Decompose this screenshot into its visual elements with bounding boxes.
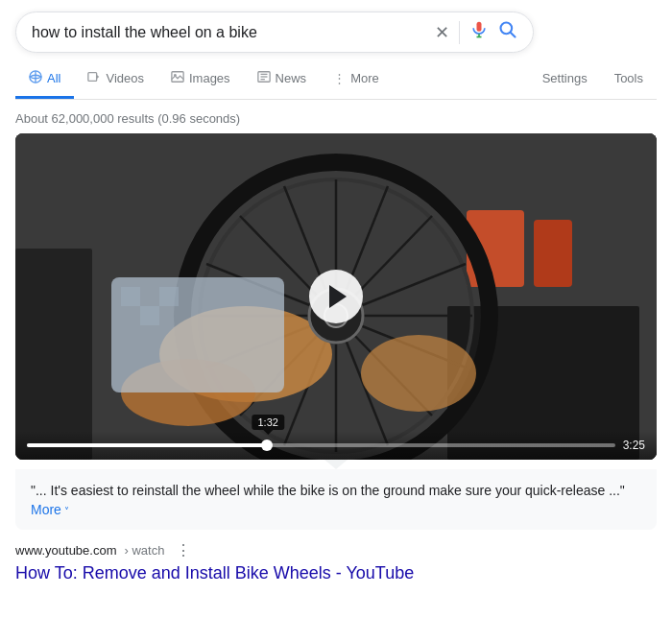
results-count: About 62,000,000 results (0.96 seconds) — [15, 111, 240, 126]
time-tooltip: 1:32 — [252, 415, 283, 430]
snippet-more-label: More — [31, 502, 61, 517]
progress-thumb — [261, 440, 273, 451]
search-bar-icons: ✕ — [435, 20, 517, 44]
current-time: 1:32 — [257, 416, 277, 428]
svg-point-42 — [361, 335, 476, 412]
progress-bar-fill — [27, 443, 268, 447]
microphone-icon[interactable] — [469, 20, 489, 44]
tab-news-label: News — [276, 71, 307, 85]
nav-tabs: All Videos Images — [15, 60, 657, 100]
progress-bar-row: 1:32 3:25 — [27, 439, 645, 452]
svg-line-4 — [511, 33, 516, 37]
result-options-button[interactable]: ⋮ — [172, 541, 195, 559]
progress-bar-track[interactable]: 1:32 — [27, 443, 615, 447]
svg-rect-0 — [477, 22, 482, 32]
svg-rect-46 — [159, 287, 179, 306]
play-button[interactable] — [309, 270, 363, 323]
tab-images-label: Images — [189, 71, 230, 85]
svg-rect-18 — [534, 220, 572, 287]
tab-all[interactable]: All — [15, 60, 74, 99]
play-icon — [329, 285, 347, 308]
nav-right: Settings Tools — [529, 61, 657, 98]
svg-rect-20 — [15, 249, 92, 460]
tab-settings-label: Settings — [542, 71, 588, 85]
tab-more[interactable]: ⋮ More — [320, 61, 393, 98]
search-bar: ✕ — [15, 12, 534, 53]
tab-more-label: More — [350, 71, 379, 85]
video-player[interactable]: 1:32 3:25 — [15, 133, 657, 460]
search-divider — [459, 21, 460, 44]
svg-marker-8 — [97, 75, 100, 79]
video-expand-arrow — [15, 460, 657, 469]
header: ✕ — [0, 0, 672, 100]
images-icon — [171, 70, 184, 86]
svg-rect-7 — [88, 73, 97, 82]
tab-news[interactable]: News — [244, 60, 321, 99]
tab-settings[interactable]: Settings — [529, 61, 601, 98]
search-submit-button[interactable] — [498, 20, 517, 44]
result-title: How To: Remove and Install Bike Wheels -… — [15, 563, 414, 582]
clear-search-button[interactable]: ✕ — [435, 22, 449, 43]
result-url-domain: www.youtube.com — [15, 543, 117, 558]
tab-images[interactable]: Images — [157, 60, 244, 99]
videos-icon — [87, 70, 101, 86]
result-url-path: › watch — [125, 543, 165, 558]
all-icon — [29, 70, 42, 86]
result-meta: www.youtube.com › watch ⋮ — [15, 541, 657, 559]
video-progress-area: 1:32 3:25 — [15, 431, 657, 460]
chevron-down-icon: ˅ — [61, 506, 69, 516]
tab-all-label: All — [47, 71, 60, 85]
search-input[interactable] — [32, 24, 435, 41]
svg-rect-45 — [140, 306, 159, 325]
tab-videos[interactable]: Videos — [74, 60, 157, 99]
result-title-link[interactable]: How To: Remove and Install Bike Wheels -… — [15, 563, 657, 583]
search-bar-row: ✕ — [15, 12, 657, 53]
more-dots-icon: ⋮ — [333, 71, 346, 85]
options-dots-icon: ⋮ — [176, 542, 191, 559]
tab-tools[interactable]: Tools — [601, 61, 657, 98]
news-icon — [257, 70, 271, 86]
svg-rect-44 — [121, 287, 140, 306]
tab-videos-label: Videos — [106, 71, 144, 85]
snippet-text: "... It's easiest to reinstall the wheel… — [31, 483, 625, 498]
snippet-more-button[interactable]: More ˅ — [31, 502, 69, 517]
arrow-down-icon — [324, 460, 348, 469]
video-duration: 3:25 — [623, 439, 645, 452]
results-info: About 62,000,000 results (0.96 seconds) — [0, 100, 672, 133]
tab-tools-label: Tools — [614, 71, 643, 85]
result-snippet-card: "... It's easiest to reinstall the wheel… — [15, 469, 657, 530]
